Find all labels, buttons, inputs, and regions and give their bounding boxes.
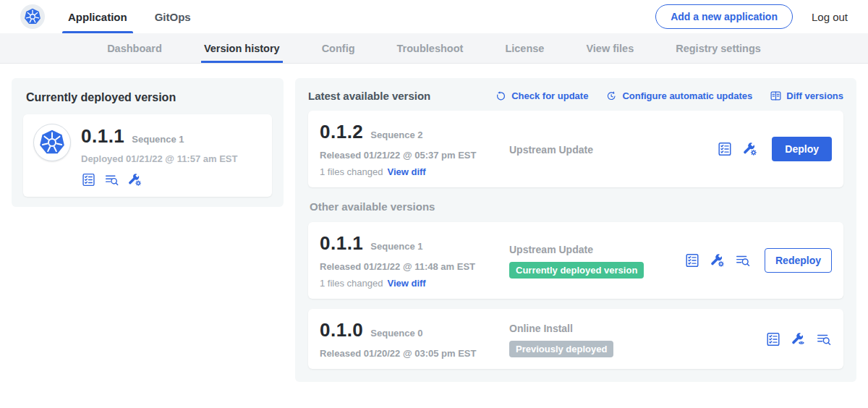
version-label: 0.1.1 bbox=[320, 232, 363, 255]
app-logo bbox=[33, 124, 71, 161]
header-nav: Application GitOps bbox=[67, 0, 217, 33]
subnav-tab-license[interactable]: License bbox=[505, 33, 544, 63]
app-header: Application GitOps Add a new application… bbox=[0, 0, 868, 33]
add-application-button[interactable]: Add a new application bbox=[655, 4, 793, 29]
diff-versions-label: Diff versions bbox=[786, 90, 843, 101]
deployed-version-label: 0.1.1 bbox=[81, 125, 124, 148]
other-available-title: Other available versions bbox=[310, 200, 842, 213]
released-timestamp: Released 01/20/22 @ 03:05 pm EST bbox=[320, 348, 509, 359]
version-source-label: Upstream Update bbox=[509, 144, 717, 156]
release-notes-icon[interactable] bbox=[684, 252, 700, 268]
app-subnav: Dashboard Version history Config Trouble… bbox=[0, 33, 868, 64]
deployed-sequence-label: Sequence 1 bbox=[132, 134, 184, 145]
latest-available-title: Latest available version bbox=[308, 90, 430, 102]
subnav-tab-view-files[interactable]: View files bbox=[586, 33, 634, 63]
deployed-timestamp: Deployed 01/21/22 @ 11:57 am EST bbox=[81, 153, 237, 164]
files-changed-label: 1 files changed bbox=[320, 166, 383, 177]
release-notes-icon[interactable] bbox=[717, 141, 733, 157]
deploy-logs-icon[interactable] bbox=[816, 331, 832, 347]
sequence-label: Sequence 1 bbox=[370, 241, 422, 252]
subnav-tab-troubleshoot[interactable]: Troubleshoot bbox=[397, 33, 464, 63]
release-notes-icon[interactable] bbox=[765, 331, 781, 347]
released-timestamp: Released 01/21/22 @ 11:48 am EST bbox=[320, 261, 509, 272]
previously-deployed-badge: Previously deployed bbox=[509, 341, 613, 357]
sequence-label: Sequence 2 bbox=[370, 129, 422, 140]
version-history-panel: Latest available version Check for updat… bbox=[295, 78, 856, 382]
auto-update-icon bbox=[605, 90, 618, 102]
edit-config-icon[interactable] bbox=[742, 141, 758, 157]
view-diff-link[interactable]: View diff bbox=[387, 278, 425, 289]
kubernetes-logo-icon bbox=[23, 7, 42, 26]
version-label: 0.1.0 bbox=[320, 319, 363, 341]
deploy-logs-icon[interactable] bbox=[735, 252, 751, 268]
diff-versions-link[interactable]: Diff versions bbox=[770, 90, 843, 102]
check-for-update-link[interactable]: Check for update bbox=[495, 90, 588, 102]
release-notes-icon[interactable] bbox=[81, 172, 96, 187]
view-config-icon[interactable] bbox=[791, 331, 807, 347]
check-for-update-label: Check for update bbox=[511, 90, 588, 101]
version-source-label: Online Install bbox=[509, 323, 765, 334]
kubernetes-logo bbox=[20, 4, 45, 29]
deploy-button[interactable]: Deploy bbox=[772, 137, 832, 161]
subnav-tab-config[interactable]: Config bbox=[322, 33, 355, 63]
deploy-logs-icon[interactable] bbox=[104, 172, 119, 187]
configure-automatic-updates-link[interactable]: Configure automatic updates bbox=[605, 90, 752, 102]
deployed-version-card: 0.1.1 Sequence 1 Deployed 01/21/22 @ 11:… bbox=[23, 114, 272, 197]
logout-button[interactable]: Log out bbox=[812, 11, 848, 23]
refresh-icon bbox=[495, 90, 507, 102]
configure-automatic-updates-label: Configure automatic updates bbox=[622, 90, 752, 101]
version-card-0-1-1: 0.1.1 Sequence 1 Released 01/21/22 @ 11:… bbox=[308, 222, 843, 299]
tab-application-label: Application bbox=[68, 11, 127, 23]
currently-deployed-title: Currently deployed version bbox=[23, 90, 272, 104]
version-label: 0.1.2 bbox=[320, 121, 363, 143]
subnav-tab-dashboard[interactable]: Dashboard bbox=[107, 33, 162, 63]
kubernetes-app-icon bbox=[38, 128, 67, 157]
view-diff-link[interactable]: View diff bbox=[387, 166, 425, 177]
diff-icon bbox=[770, 90, 782, 102]
edit-config-icon[interactable] bbox=[127, 172, 142, 187]
edit-config-icon[interactable] bbox=[710, 252, 726, 268]
tab-gitops-label: GitOps bbox=[155, 11, 191, 23]
tab-gitops[interactable]: GitOps bbox=[153, 0, 192, 33]
version-card-0-1-2: 0.1.2 Sequence 2 Released 01/21/22 @ 05:… bbox=[308, 111, 843, 187]
redeploy-button[interactable]: Redeploy bbox=[765, 248, 832, 273]
currently-deployed-badge: Currently deployed version bbox=[509, 262, 644, 279]
subnav-tab-registry-settings[interactable]: Registry settings bbox=[676, 33, 761, 63]
released-timestamp: Released 01/21/22 @ 05:37 pm EST bbox=[320, 150, 509, 161]
version-card-0-1-0: 0.1.0 Sequence 0 Released 01/20/22 @ 03:… bbox=[308, 309, 843, 369]
subnav-tab-version-history[interactable]: Version history bbox=[204, 33, 280, 63]
currently-deployed-panel: Currently deployed version bbox=[12, 78, 284, 207]
files-changed-label: 1 files changed bbox=[320, 278, 383, 289]
tab-application[interactable]: Application bbox=[67, 0, 129, 33]
sequence-label: Sequence 0 bbox=[370, 328, 422, 339]
version-source-label: Upstream Update bbox=[509, 244, 684, 255]
